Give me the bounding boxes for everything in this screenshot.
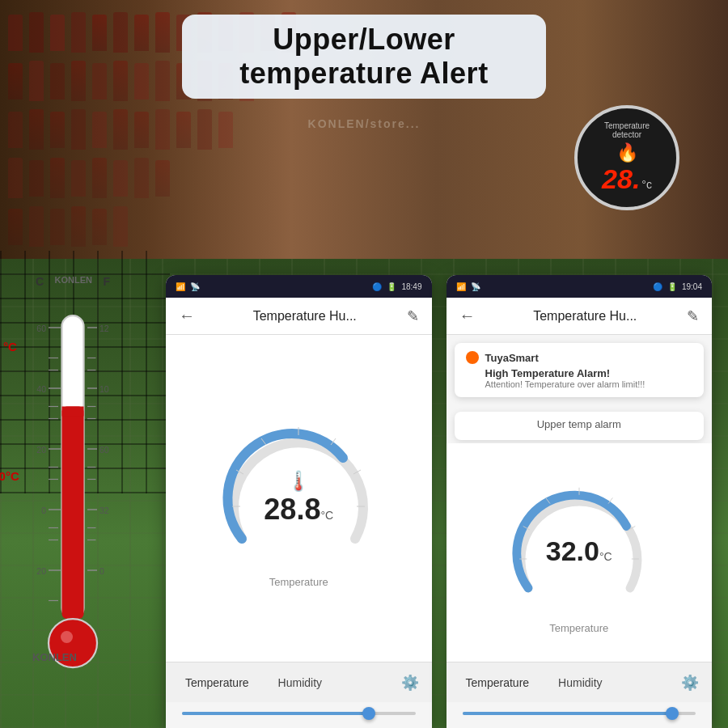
page-title: Upper/Lower temperature Alert	[214, 23, 514, 91]
slider-track-right[interactable]	[463, 712, 696, 715]
alert-title-text: High Temperature Alarm!	[485, 367, 693, 379]
upper-temp-alarm-label: Upper temp alarm	[466, 418, 693, 430]
nav-bar-left: ← Temperature Hu... ✎	[166, 298, 432, 335]
svg-point-41	[61, 631, 73, 643]
gauge-label-left: Temperature	[269, 576, 328, 588]
wifi-icon-right: 📡	[471, 282, 480, 291]
gauge-wrapper-right: 32.0°C	[506, 472, 652, 617]
svg-rect-39	[62, 407, 84, 417]
thermometer: C KONLEN F ≥30 °C ≤20°C 60 40 20 0 -20	[24, 275, 121, 663]
slider-thumb-right[interactable]	[666, 707, 679, 720]
tab-temperature-right[interactable]: Temperature	[459, 673, 536, 692]
thermo-konlen-label: KONLEN	[32, 651, 77, 663]
svg-text:100: 100	[99, 384, 109, 394]
svg-text:40: 40	[36, 384, 46, 394]
settings-icon-right[interactable]: ⚙️	[681, 674, 699, 692]
detector-label: Temperaturedetector	[604, 121, 650, 139]
nav-title-left: Temperature Hu...	[203, 309, 407, 324]
nav-title-right: Temperature Hu...	[484, 309, 688, 324]
bt-icon: 🔵	[372, 282, 382, 291]
gauge-center-left: 🌡️ 28.8°C	[264, 470, 333, 527]
svg-text:60: 60	[99, 445, 109, 455]
tab-humidity-left[interactable]: Humidity	[272, 673, 328, 692]
phone-left: 📶 📡 🔵 🔋 18:49 ← Temperature Hu... ✎	[166, 275, 432, 728]
gauge-area-left: 🌡️ 28.8°C Temperature	[166, 335, 432, 662]
thermometer-svg: 60 40 20 0 -20 120 100	[36, 291, 109, 679]
status-time-left: 18:49	[401, 282, 421, 291]
phone-right: 📶 📡 🔵 🔋 19:04 ← Temperature Hu... ✎ Tuya…	[447, 275, 713, 728]
gauge-center-right: 32.0°C	[546, 535, 612, 566]
watermark-text: KONLEN/store...	[308, 117, 421, 130]
gauge-value-left: 28.8°C	[264, 493, 333, 527]
thermo-celsius-label: C	[36, 275, 44, 288]
battery-icon: 🔋	[387, 282, 396, 291]
svg-text:20: 20	[36, 445, 46, 455]
upper-temp-alarm-box: Upper temp alarm	[455, 412, 705, 440]
svg-text:-20: -20	[36, 566, 46, 576]
bottom-tabs-right: Temperature Humidity ⚙️	[447, 662, 713, 702]
gauge-label-right: Temperature	[549, 622, 608, 634]
battery-icon-right: 🔋	[667, 282, 677, 291]
header-banner: Upper/Lower temperature Alert	[182, 15, 546, 99]
thermometer-icon-left: 🌡️	[264, 470, 333, 493]
slider-thumb-left[interactable]	[362, 707, 375, 720]
gauge-wrapper-left: 🌡️ 28.8°C	[218, 409, 379, 571]
tab-temperature-left[interactable]: Temperature	[179, 673, 256, 692]
slider-fill-left	[182, 712, 369, 715]
tab-humidity-right[interactable]: Humidity	[552, 673, 608, 692]
signal-icon: 📶	[176, 282, 185, 291]
status-bar-right: 📶 📡 🔵 🔋 19:04	[447, 275, 713, 298]
edit-button-right[interactable]: ✎	[687, 307, 699, 325]
bottom-tabs-left: Temperature Humidity ⚙️	[166, 662, 432, 702]
signal-icon-right: 📶	[456, 282, 466, 291]
wifi-icon: 📡	[190, 282, 200, 291]
slider-area-left	[166, 702, 432, 728]
edit-button-left[interactable]: ✎	[407, 307, 419, 325]
tuya-logo-dot	[466, 351, 479, 364]
back-button-left[interactable]: ←	[179, 307, 195, 325]
slider-fill-right	[463, 712, 673, 715]
detector-value: 28.	[602, 163, 640, 195]
slider-track-left[interactable]	[182, 712, 416, 715]
detector-flame-icon: 🔥	[616, 142, 638, 163]
svg-text:0: 0	[99, 566, 104, 576]
svg-text:0: 0	[41, 506, 46, 515]
gauge-area-right: 32.0°C Temperature	[447, 443, 713, 662]
status-bar-left: 📶 📡 🔵 🔋 18:49	[166, 275, 432, 298]
svg-text:60: 60	[36, 324, 46, 333]
thermo-brand-label: KONLEN	[55, 275, 92, 285]
alert-app-name: TuyaSmart	[485, 352, 539, 364]
settings-icon-left[interactable]: ⚙️	[401, 674, 419, 692]
bt-icon-right: 🔵	[653, 282, 662, 291]
slider-area-right	[447, 702, 713, 728]
status-time-right: 19:04	[682, 282, 702, 291]
temperature-detector: Temperaturedetector 🔥 28. °c	[574, 105, 679, 210]
phones-container: 📶 📡 🔵 🔋 18:49 ← Temperature Hu... ✎	[150, 275, 728, 728]
alert-notification: TuyaSmart High Temperature Alarm! Attent…	[455, 343, 705, 397]
svg-text:32: 32	[99, 506, 109, 515]
svg-text:120: 120	[99, 324, 109, 333]
nav-bar-right: ← Temperature Hu... ✎	[447, 298, 713, 335]
detector-unit: °c	[641, 178, 652, 191]
alert-upper-label: ≥30 °C	[0, 340, 17, 353]
alert-subtitle-text: Attention! Temperature over alarm limit!…	[485, 379, 693, 389]
back-button-right[interactable]: ←	[459, 307, 476, 325]
thermo-fahrenheit-label: F	[103, 275, 110, 288]
svg-rect-38	[62, 407, 84, 620]
alert-lower-label: ≤20°C	[0, 469, 19, 483]
gauge-value-right: 32.0°C	[546, 535, 612, 566]
